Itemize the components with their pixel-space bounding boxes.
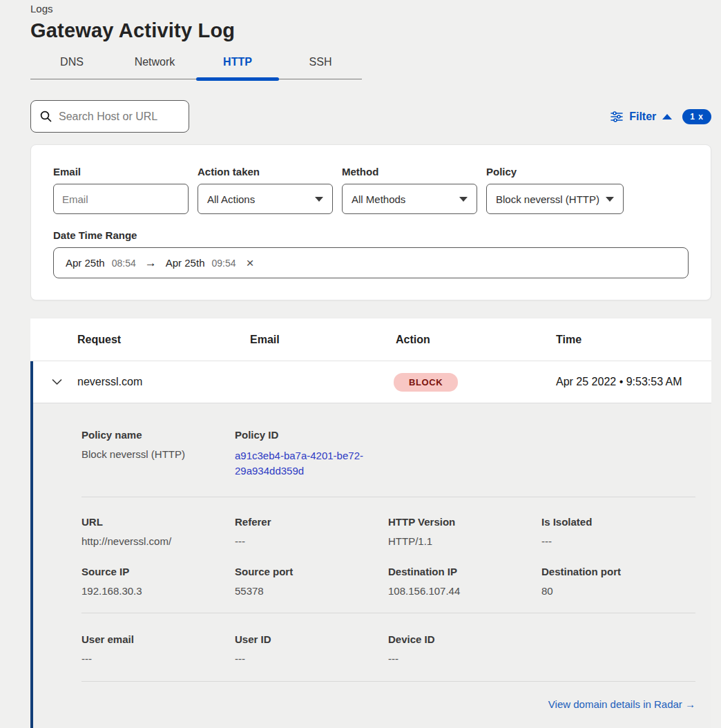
- email-filter-field: Email: [53, 166, 189, 214]
- device-id-label: Device ID: [388, 633, 541, 645]
- method-value: All Methods: [352, 193, 405, 205]
- device-id-field: Device ID ---: [388, 633, 541, 664]
- end-date[interactable]: Apr 25th: [166, 257, 205, 269]
- request-cell: neverssl.com: [30, 376, 203, 388]
- page-title: Gateway Activity Log: [30, 19, 711, 42]
- method-field: Method All Methods: [342, 166, 477, 214]
- date-range-label: Date Time Range: [53, 229, 689, 241]
- breadcrumb: Logs: [30, 0, 711, 15]
- url-label: URL: [81, 516, 235, 528]
- filter-sliders-icon: [611, 111, 623, 122]
- search-box[interactable]: [30, 100, 189, 133]
- http-version-field: HTTP Version HTTP/1.1: [388, 516, 541, 547]
- policy-label: Policy: [486, 166, 624, 178]
- tab-network[interactable]: Network: [113, 47, 196, 79]
- user-id-value: ---: [235, 653, 388, 664]
- column-header-time: Time: [509, 334, 711, 346]
- http-section: URL http://neverssl.com/ Referer --- HTT…: [81, 497, 695, 613]
- tab-ssh[interactable]: SSH: [279, 47, 362, 79]
- end-time[interactable]: 09:54: [211, 258, 235, 269]
- source-port-field: Source port 55378: [235, 566, 388, 597]
- filter-panel: Email Action taken All Actions Method Al…: [30, 144, 711, 300]
- chevron-down-icon: [315, 197, 323, 202]
- email-filter-input[interactable]: [53, 184, 189, 214]
- search-input[interactable]: [59, 111, 202, 123]
- source-ip-label: Source IP: [81, 566, 235, 577]
- policy-field: Policy Block neverssl (HTTP): [486, 166, 624, 214]
- is-isolated-label: Is Isolated: [541, 516, 695, 528]
- source-port-label: Source port: [235, 566, 388, 577]
- tab-dns[interactable]: DNS: [30, 47, 113, 79]
- filter-toggle[interactable]: Filter 1 x: [611, 109, 711, 124]
- user-email-field: User email ---: [81, 633, 235, 664]
- policy-value: Block neverssl (HTTP): [496, 193, 599, 205]
- expanded-log-entry: neverssl.com BLOCK Apr 25 2022 • 9:53:53…: [30, 361, 711, 728]
- action-cell: BLOCK: [349, 373, 509, 392]
- destination-ip-value: 108.156.107.44: [388, 585, 541, 597]
- policy-id-link[interactable]: a91c3eb4-ba7a-4201-be72-29a934dd359d: [235, 448, 370, 479]
- method-select[interactable]: All Methods: [342, 184, 477, 214]
- date-range-picker[interactable]: Apr 25th 08:54 → Apr 25th 09:54 ×: [53, 247, 689, 278]
- source-ip-field: Source IP 192.168.30.3: [81, 566, 235, 597]
- table-header-row: Request Email Action Time: [30, 318, 711, 361]
- is-isolated-field: Is Isolated ---: [541, 516, 695, 547]
- policy-section: Policy name Block neverssl (HTTP) Policy…: [81, 403, 695, 497]
- action-taken-label: Action taken: [198, 166, 333, 178]
- email-filter-label: Email: [53, 166, 189, 178]
- url-field: URL http://neverssl.com/: [81, 516, 235, 547]
- chevron-down-icon: [459, 197, 468, 202]
- action-taken-value: All Actions: [207, 193, 255, 205]
- arrow-right-icon: →: [143, 256, 159, 270]
- tab-http[interactable]: HTTP: [196, 47, 279, 79]
- column-header-request: Request: [30, 334, 203, 346]
- method-label: Method: [342, 166, 477, 178]
- block-status-badge: BLOCK: [394, 373, 458, 392]
- user-id-label: User ID: [235, 633, 388, 645]
- destination-ip-field: Destination IP 108.156.107.44: [388, 566, 541, 597]
- http-version-label: HTTP Version: [388, 516, 541, 528]
- collapse-caret-icon: [662, 114, 672, 119]
- destination-port-label: Destination port: [541, 566, 695, 577]
- action-taken-select[interactable]: All Actions: [198, 184, 333, 214]
- policy-id-label: Policy ID: [235, 429, 388, 441]
- request-host: neverssl.com: [77, 376, 142, 387]
- column-header-email: Email: [203, 334, 349, 346]
- referer-label: Referer: [235, 516, 388, 528]
- chevron-down-icon[interactable]: [52, 379, 62, 385]
- user-email-value: ---: [81, 653, 235, 664]
- clear-date-range-icon[interactable]: ×: [247, 256, 254, 269]
- policy-id-field: Policy ID a91c3eb4-ba7a-4201-be72-29a934…: [235, 429, 388, 479]
- user-section: User email --- User ID --- Device ID ---: [81, 613, 695, 682]
- filter-count-badge[interactable]: 1 x: [682, 109, 711, 124]
- destination-port-field: Destination port 80: [541, 566, 695, 597]
- activity-log-table: Request Email Action Time neverssl.com B…: [30, 318, 711, 728]
- source-ip-value: 192.168.30.3: [81, 585, 235, 597]
- table-row[interactable]: neverssl.com BLOCK Apr 25 2022 • 9:53:53…: [30, 361, 711, 403]
- log-entry-details: Policy name Block neverssl (HTTP) Policy…: [30, 403, 711, 728]
- start-time[interactable]: 08:54: [112, 258, 136, 269]
- column-header-action: Action: [349, 334, 509, 346]
- referer-value: ---: [235, 535, 388, 547]
- http-version-value: HTTP/1.1: [388, 535, 541, 547]
- radar-link-row: View domain details in Radar →: [81, 682, 695, 711]
- device-id-value: ---: [388, 653, 541, 664]
- log-type-tabs: DNS Network HTTP SSH: [30, 47, 362, 79]
- date-range-field: Date Time Range Apr 25th 08:54 → Apr 25t…: [53, 229, 689, 278]
- start-date[interactable]: Apr 25th: [66, 257, 105, 269]
- referer-field: Referer ---: [235, 516, 388, 547]
- source-port-value: 55378: [235, 585, 388, 597]
- policy-select[interactable]: Block neverssl (HTTP): [486, 184, 624, 214]
- filter-label: Filter: [629, 111, 656, 123]
- policy-name-value: Block neverssl (HTTP): [81, 448, 235, 460]
- time-cell: Apr 25 2022 • 9:53:53 AM: [509, 376, 711, 388]
- url-value: http://neverssl.com/: [81, 535, 235, 547]
- policy-name-field: Policy name Block neverssl (HTTP): [81, 429, 235, 479]
- action-taken-field: Action taken All Actions: [198, 166, 333, 214]
- toolbar: Filter 1 x: [30, 100, 711, 133]
- policy-name-label: Policy name: [81, 429, 235, 441]
- user-email-label: User email: [81, 633, 235, 645]
- chevron-down-icon: [606, 197, 614, 202]
- destination-port-value: 80: [541, 585, 695, 597]
- search-icon: [40, 111, 52, 122]
- view-domain-in-radar-link[interactable]: View domain details in Radar →: [548, 698, 695, 710]
